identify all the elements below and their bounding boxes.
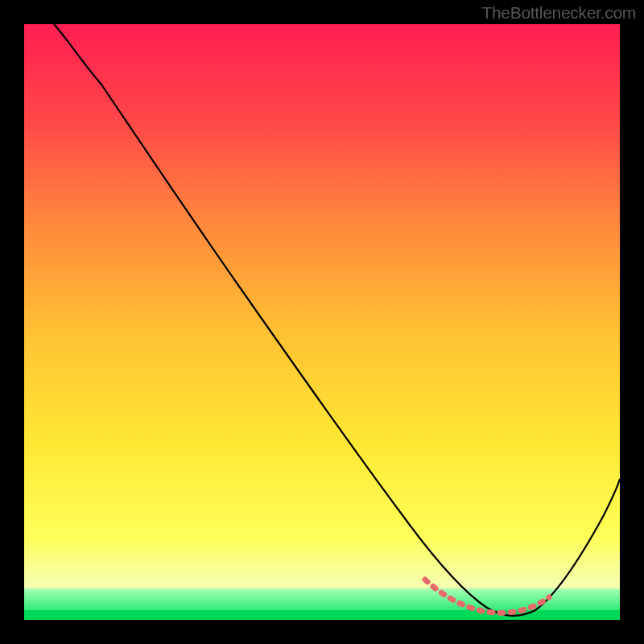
watermark-text: TheBottlenecker.com xyxy=(481,3,636,23)
chart-svg xyxy=(24,24,620,620)
chart-canvas xyxy=(24,24,620,620)
chart-background xyxy=(24,24,620,620)
